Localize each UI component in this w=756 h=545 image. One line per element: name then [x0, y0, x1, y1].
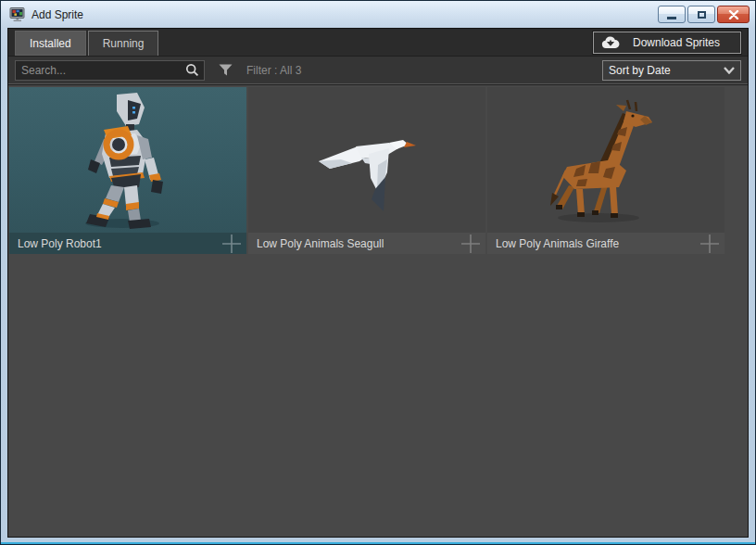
titlebar: Add Sprite — [1, 1, 755, 28]
chevron-down-icon — [724, 67, 735, 74]
filter-funnel-icon — [219, 64, 233, 76]
window-controls — [658, 6, 750, 23]
window-title: Add Sprite — [32, 8, 83, 21]
add-sprite-button[interactable] — [698, 233, 722, 254]
seagull-preview-image — [248, 87, 485, 233]
maximize-icon — [698, 11, 706, 19]
client-area: Installed Running Download Sprites — [7, 28, 749, 538]
search-input[interactable] — [16, 61, 180, 80]
sprite-card-seagull[interactable]: Low Poly Animals Seagull — [248, 87, 485, 254]
maximize-button[interactable] — [687, 6, 715, 23]
sort-dropdown[interactable]: Sort by Date — [602, 60, 741, 81]
sprite-list-panel: Low Poly Robot1 — [8, 84, 748, 537]
close-icon — [728, 10, 739, 19]
minimize-icon — [667, 17, 676, 19]
plus-icon — [221, 234, 242, 254]
filter-status-label: Filter : All 3 — [246, 64, 301, 77]
search-button[interactable] — [180, 63, 204, 77]
tab-running[interactable]: Running — [88, 31, 159, 56]
sprite-card-robot1[interactable]: Low Poly Robot1 — [9, 87, 246, 254]
sprite-name: Low Poly Robot1 — [18, 237, 102, 250]
close-button[interactable] — [717, 6, 750, 23]
search-box — [15, 60, 205, 81]
add-sprite-button[interactable] — [220, 233, 244, 254]
robot-preview-image — [9, 87, 246, 233]
sprite-card-giraffe[interactable]: Low Poly Animals Giraffe — [487, 87, 724, 254]
add-sprite-window: Add Sprite Installed Running Download Sp… — [0, 0, 756, 545]
sprite-grid: Low Poly Robot1 — [9, 87, 748, 254]
sprite-label-bar: Low Poly Animals Giraffe — [487, 233, 724, 254]
download-sprites-label: Download Sprites — [620, 36, 733, 49]
filter-button[interactable] — [219, 64, 233, 76]
toolbar: Filter : All 3 Sort by Date — [8, 57, 748, 84]
cloud-download-icon — [601, 36, 620, 49]
app-icon — [9, 7, 26, 22]
sprite-name: Low Poly Animals Giraffe — [496, 237, 619, 250]
sprite-label-bar: Low Poly Animals Seagull — [248, 233, 485, 254]
sprite-name: Low Poly Animals Seagull — [257, 237, 384, 250]
plus-icon — [460, 234, 481, 254]
minimize-button[interactable] — [658, 6, 686, 23]
download-sprites-button[interactable]: Download Sprites — [593, 32, 741, 54]
sort-dropdown-value: Sort by Date — [609, 64, 724, 77]
add-sprite-button[interactable] — [459, 233, 483, 254]
sprite-label-bar: Low Poly Robot1 — [9, 233, 246, 254]
plus-icon — [699, 234, 720, 254]
search-icon — [185, 63, 199, 77]
giraffe-preview-image — [487, 87, 724, 233]
tab-bar: Installed Running Download Sprites — [8, 29, 748, 57]
tab-installed[interactable]: Installed — [15, 31, 86, 56]
